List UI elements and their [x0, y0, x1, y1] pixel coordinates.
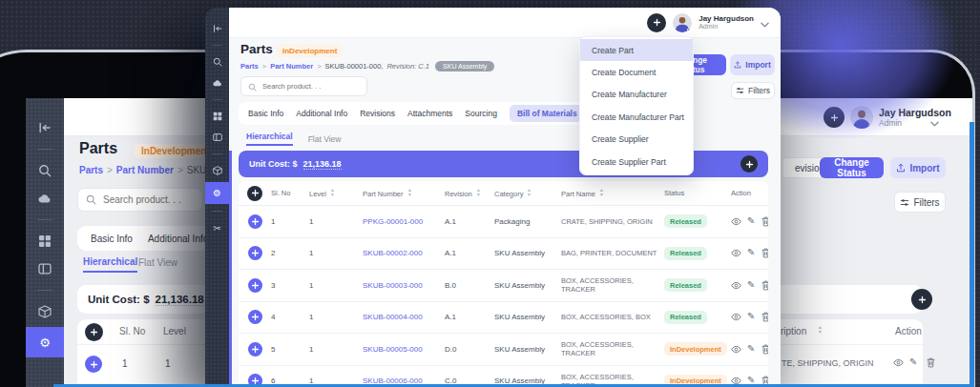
gear-icon[interactable]: ⚙ [26, 327, 64, 357]
app-window: ⚙✂ Jay Hargudson Admin Parts InDevelopme… [205, 8, 781, 384]
delete-icon[interactable] [761, 280, 768, 291]
breadcrumb-part-number[interactable]: Part Number [270, 62, 313, 71]
gear-icon[interactable]: ⚙ [205, 182, 229, 204]
sidebar-divider [212, 211, 222, 212]
sort-icon[interactable] [407, 189, 412, 196]
menu-item-create-document[interactable]: Create Document [580, 61, 693, 83]
tab-sourcing[interactable]: Sourcing [465, 109, 497, 118]
expand-row-button[interactable] [248, 342, 262, 356]
edit-icon[interactable]: ✎ [747, 312, 755, 322]
tab-hierarchical[interactable]: Hierarchical [246, 132, 293, 146]
delete-icon[interactable] [761, 376, 768, 384]
bom-table: Sl. NoLevelPart NumberRevisionCategoryPa… [239, 181, 768, 384]
expand-row-button[interactable] [248, 246, 262, 260]
tab-hierarchical[interactable]: Hierarchical [83, 256, 137, 273]
edit-icon[interactable]: ✎ [747, 344, 755, 355]
search-input[interactable] [261, 81, 360, 92]
delete-icon[interactable] [761, 248, 768, 258]
cloud-icon[interactable] [26, 186, 64, 211]
menu-item-create-supplier-part[interactable]: Create Supplier Part [580, 151, 693, 173]
add-row-button[interactable] [911, 289, 932, 310]
expand-row-button[interactable] [248, 278, 262, 293]
view-icon[interactable] [731, 248, 741, 258]
expand-row-button[interactable] [248, 310, 262, 324]
cell-part-number-link[interactable]: SKUB-00004-000 [363, 313, 423, 321]
menu-item-create-manufacturer[interactable]: Create Manufacturer [580, 84, 693, 106]
sort-icon[interactable] [599, 189, 604, 196]
edit-icon[interactable]: ✎ [909, 357, 917, 367]
table-header: Sl. NoLevelPart NumberRevisionCategoryPa… [239, 181, 768, 206]
tab-bill-of-materials[interactable]: Bill of Materials [510, 105, 585, 122]
tab-basic-info[interactable]: Basic Info [248, 109, 283, 118]
menu-item-create-part[interactable]: Create Part [580, 39, 693, 61]
delete-icon[interactable] [761, 216, 768, 227]
breadcrumb-part-number[interactable]: Part Number [116, 165, 174, 175]
expand-row-button[interactable] [85, 356, 102, 373]
breadcrumb-parts[interactable]: Parts [79, 165, 103, 175]
cloud-icon[interactable] [205, 73, 229, 92]
cell-part-number-link[interactable]: PPKG-00001-000 [363, 217, 423, 226]
search-icon[interactable] [26, 158, 64, 183]
kanban-icon[interactable] [205, 128, 229, 147]
add-bom-item-button[interactable] [740, 155, 758, 173]
view-icon[interactable] [731, 344, 741, 355]
filters-button[interactable]: Filters [894, 192, 946, 213]
sort-icon[interactable] [527, 189, 532, 196]
menu-item-create-supplier[interactable]: Create Supplier [580, 129, 693, 151]
sort-icon[interactable] [476, 189, 481, 196]
cell-part-number-link[interactable]: SKUB-00006-000 [363, 377, 423, 384]
chevron-down-icon[interactable] [761, 14, 769, 31]
cell-category: SKU Assembly [494, 249, 545, 257]
edit-icon[interactable]: ✎ [747, 376, 755, 384]
tab-basic-info[interactable]: Basic Info [91, 234, 133, 244]
search-input[interactable] [101, 194, 195, 206]
import-button[interactable]: Import [730, 54, 775, 75]
plus-icon [918, 293, 927, 307]
tab-additional-info[interactable]: Additional Info [148, 234, 208, 244]
tab-revisions[interactable]: Revisions [360, 109, 395, 118]
scissors-icon[interactable]: ✂ [205, 218, 229, 237]
delete-icon[interactable] [926, 357, 936, 368]
menu-item-create-manufacturer-part[interactable]: Create Manufacturer Part [580, 106, 693, 128]
expand-row-button[interactable] [248, 214, 262, 229]
edit-icon[interactable]: ✎ [747, 248, 755, 258]
tab-attachments[interactable]: Attachments [407, 109, 452, 118]
collapse-icon[interactable] [26, 115, 64, 140]
cell-part-number-link[interactable]: SKUB-00003-000 [363, 281, 423, 290]
kanban-icon[interactable] [26, 256, 64, 281]
cell-part-number-link[interactable]: SKUB-00005-000 [363, 345, 423, 354]
sidebar-divider [37, 149, 52, 150]
cell-part-number-link[interactable]: SKUB-00002-000 [363, 249, 423, 257]
user-menu[interactable]: Jay Hargudson Admin [699, 14, 754, 31]
collapse-icon[interactable] [205, 19, 229, 38]
edit-icon[interactable]: ✎ [747, 216, 755, 227]
sort-icon[interactable] [818, 326, 823, 334]
delete-icon[interactable] [761, 312, 768, 322]
sort-icon[interactable] [330, 189, 335, 196]
tab-flat-view[interactable]: Flat View [308, 134, 342, 144]
breadcrumb-parts[interactable]: Parts [240, 62, 259, 71]
cell-part-name: BOX, ACCESSORIES, BOX [561, 313, 651, 321]
cell-sl-no: 3 [271, 281, 275, 290]
grid-icon[interactable] [205, 107, 229, 126]
add-button[interactable] [647, 13, 666, 32]
view-icon[interactable] [731, 216, 741, 227]
view-icon[interactable] [893, 357, 904, 368]
sidebar-divider [37, 290, 52, 291]
view-icon[interactable] [731, 280, 741, 291]
tab-additional-info[interactable]: Additional Info [296, 109, 347, 118]
delete-icon[interactable] [761, 344, 768, 355]
expand-row-button[interactable] [248, 374, 262, 384]
view-icon[interactable] [731, 312, 741, 322]
box-icon[interactable] [26, 299, 64, 324]
grid-icon[interactable] [26, 229, 64, 254]
avatar[interactable] [673, 13, 692, 32]
expand-all-button[interactable] [247, 186, 262, 201]
tab-flat-view[interactable]: Flat View [138, 257, 177, 268]
view-icon[interactable] [731, 376, 741, 384]
edit-icon[interactable]: ✎ [747, 280, 755, 291]
search-icon[interactable] [205, 52, 229, 71]
filters-button[interactable]: Filters [731, 82, 775, 99]
expand-all-button[interactable] [85, 323, 103, 341]
box-icon[interactable] [205, 161, 229, 180]
